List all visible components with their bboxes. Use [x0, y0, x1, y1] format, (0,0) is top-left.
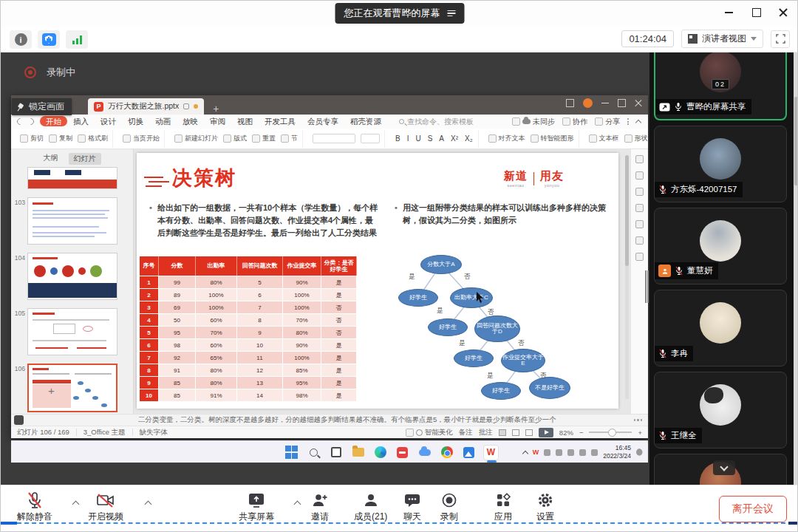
zoom-slider[interactable]	[589, 432, 632, 433]
settings-button[interactable]: 设置	[536, 491, 554, 523]
new-tab-button[interactable]: +	[213, 103, 219, 115]
undo-icon[interactable]	[16, 117, 25, 126]
sidebar-scrollbar[interactable]	[794, 52, 798, 485]
tab-slides[interactable]: 幻灯片	[69, 153, 101, 165]
panel-collapse-handle[interactable]	[645, 270, 649, 303]
participant-tile[interactable]: 李冉	[654, 290, 787, 366]
wps-account-avatar[interactable]	[583, 98, 593, 108]
slide-scrollbar[interactable]	[625, 155, 629, 399]
notes-more-icon[interactable]	[634, 419, 643, 421]
share-options-chevron[interactable]	[294, 501, 301, 508]
tray-expand-icon[interactable]	[522, 450, 528, 456]
insert-tool[interactable]: 文本框	[589, 134, 619, 143]
participant-tile-sharing[interactable]: 02 曹晔的屏幕共享	[654, 52, 787, 120]
start-video-button[interactable]: 开启视频	[88, 491, 123, 523]
task-view-button[interactable]	[328, 445, 344, 460]
slideshow-button[interactable]	[539, 428, 553, 437]
view-mode-dropdown[interactable]: 演讲者视图	[681, 30, 763, 48]
photos-app-button[interactable]	[461, 445, 477, 460]
tray-wps-icon[interactable]: W	[533, 449, 539, 456]
apps-button[interactable]: 应用	[494, 491, 512, 523]
reading-view-icon[interactable]	[525, 429, 533, 436]
side-tool-icon[interactable]	[635, 188, 644, 196]
font-style-button[interactable]: B	[395, 134, 401, 143]
wps-taskbar-button[interactable]: W	[483, 445, 499, 460]
share-screen-button[interactable]: 共享屏幕	[239, 491, 274, 523]
more-icon[interactable]	[627, 118, 629, 125]
thumbnail-104[interactable]: 104	[11, 253, 134, 300]
mail-app-button[interactable]	[395, 445, 410, 460]
ribbon-tab[interactable]: 稻壳资源	[344, 116, 387, 126]
ribbon-tab[interactable]: 放映	[177, 116, 204, 126]
invite-button[interactable]: 邀请	[311, 491, 329, 523]
ribbon-tab[interactable]: 插入	[67, 116, 95, 126]
font-style-button[interactable]: X²	[450, 134, 459, 143]
paragraph-tool[interactable]: 对齐文本	[488, 134, 525, 143]
collapse-ribbon-icon[interactable]	[635, 120, 641, 126]
sorter-view-icon[interactable]	[512, 429, 519, 436]
network-quality-button[interactable]	[66, 30, 88, 49]
tray-icon[interactable]	[556, 449, 562, 456]
presenter-tool-icon[interactable]	[14, 415, 24, 425]
collaborate-button[interactable]: 协作	[562, 117, 587, 127]
thumbnail-106-current[interactable]: 106	[11, 364, 134, 412]
clipboard-tool[interactable]: 格式刷	[78, 134, 108, 143]
slide-tool[interactable]: 节	[281, 134, 298, 143]
clipboard-tool[interactable]: 剪切	[20, 134, 44, 143]
notification-icon[interactable]	[636, 449, 644, 456]
side-tool-icon[interactable]	[635, 155, 644, 163]
play-from-page-button[interactable]: 当页开始	[123, 134, 160, 143]
thumbnail-partial[interactable]	[11, 167, 134, 189]
side-tool-icon[interactable]	[635, 204, 644, 212]
participant-tile[interactable]: 王继全	[654, 372, 787, 449]
participant-tile[interactable]: 董慧妍	[654, 208, 787, 284]
thumbnail-103[interactable]: 103	[11, 197, 134, 245]
font-style-button[interactable]: I	[406, 134, 410, 143]
lock-screen-button[interactable]: 锁定画面	[12, 98, 72, 115]
members-button[interactable]: 成员(21)	[354, 491, 387, 523]
zoom-percent[interactable]: 82%	[559, 429, 573, 437]
wps-minimize-icon[interactable]	[601, 103, 609, 104]
slide-tool[interactable]: 版式	[223, 134, 247, 143]
beautify-button[interactable]: 智能美化	[406, 428, 453, 437]
font-name-box[interactable]	[313, 134, 355, 143]
fullscreen-button[interactable]	[771, 30, 790, 48]
tab-outline[interactable]: 大纲	[44, 153, 58, 165]
tray-icon[interactable]	[579, 449, 586, 456]
leave-meeting-button[interactable]: 离开会议	[719, 496, 787, 522]
video-options-chevron[interactable]	[145, 501, 152, 508]
side-tool-icon[interactable]	[635, 236, 644, 245]
add-slide-button[interactable]: +	[48, 384, 55, 397]
undo-redo-icons[interactable]	[17, 118, 34, 125]
slide-tool[interactable]: 重置	[252, 134, 276, 143]
maximize-button[interactable]	[751, 7, 761, 17]
thumbnail-105[interactable]: 105	[11, 308, 134, 355]
security-button[interactable]	[38, 30, 60, 49]
paragraph-tool[interactable]: 转智能图形	[531, 134, 574, 143]
font-size-box[interactable]	[361, 134, 380, 143]
clipboard-tool[interactable]: 复制	[49, 134, 72, 143]
font-style-button[interactable]: S	[427, 134, 434, 143]
sync-status[interactable]: 未同步	[512, 117, 555, 127]
tray-icon[interactable]	[567, 449, 574, 456]
ribbon-tab[interactable]: 动画	[149, 116, 177, 126]
font-style-button[interactable]: X₂	[464, 134, 474, 143]
cloud-app-button[interactable]	[417, 445, 432, 460]
redo-icon[interactable]	[26, 117, 35, 126]
font-style-button[interactable]: U	[415, 134, 421, 143]
insert-tool[interactable]: 形状	[624, 134, 648, 143]
tray-icon[interactable]	[591, 449, 598, 456]
mic-options-chevron[interactable]	[72, 501, 80, 508]
ribbon-tab[interactable]: 会员专享	[301, 116, 344, 126]
screens-menu-icon[interactable]	[448, 10, 456, 17]
ribbon-tab[interactable]: 切换	[122, 116, 149, 126]
unmute-button[interactable]: 解除静音	[17, 491, 52, 523]
ribbon-tab[interactable]: 设计	[95, 116, 122, 126]
notes-toggle[interactable]: 备注	[459, 428, 473, 437]
edge-button[interactable]	[372, 445, 388, 460]
chat-button[interactable]: 聊天	[403, 491, 421, 523]
chrome-button[interactable]	[439, 445, 454, 460]
participant-tile[interactable]: 方东烁-42007157	[654, 126, 787, 202]
apps-grid-icon[interactable]	[566, 99, 574, 107]
comments-toggle[interactable]: 批注	[479, 428, 493, 437]
